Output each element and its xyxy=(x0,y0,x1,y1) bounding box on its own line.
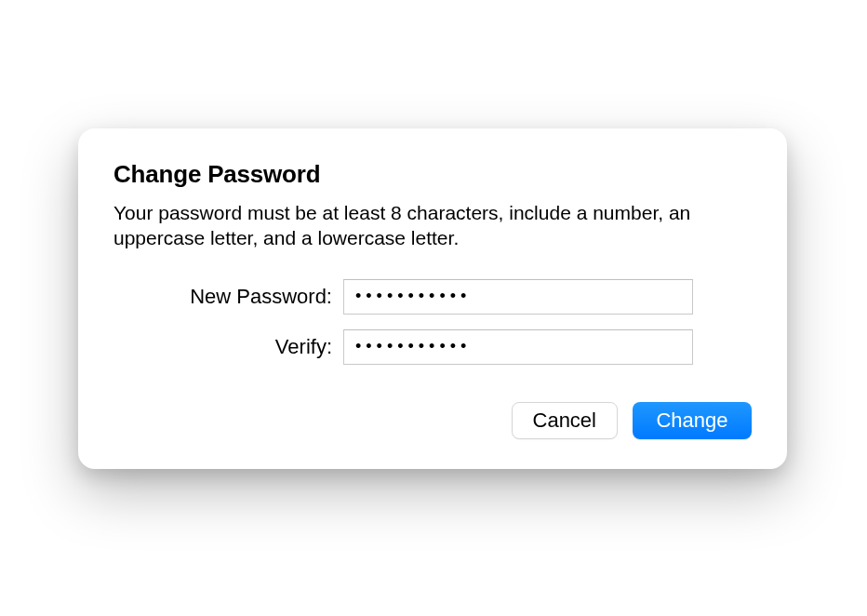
verify-password-input[interactable] xyxy=(343,329,693,365)
dialog-button-row: Cancel Change xyxy=(113,402,752,439)
change-button[interactable]: Change xyxy=(633,402,752,439)
verify-password-row: Verify: xyxy=(113,329,752,365)
verify-password-label: Verify: xyxy=(113,335,343,359)
dialog-description: Your password must be at least 8 charact… xyxy=(113,200,752,251)
dialog-title: Change Password xyxy=(113,160,752,189)
new-password-label: New Password: xyxy=(113,285,343,309)
new-password-row: New Password: xyxy=(113,279,752,315)
change-password-dialog: Change Password Your password must be at… xyxy=(78,128,787,469)
cancel-button[interactable]: Cancel xyxy=(512,402,618,439)
new-password-input[interactable] xyxy=(343,279,693,315)
